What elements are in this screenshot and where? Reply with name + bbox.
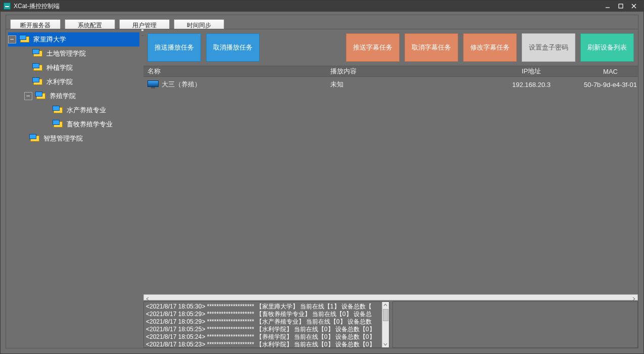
folder-icon (53, 120, 64, 129)
column-header-mac[interactable]: MAC (583, 68, 638, 75)
titlebar: XCat-播控控制端 (1, 1, 643, 12)
folder-icon (29, 134, 40, 143)
window-controls (601, 2, 640, 11)
device-ip-cell: 192.168.20.3 (480, 81, 583, 88)
tree-node-label: 水产养殖专业 (67, 106, 106, 115)
tree-node-label: 种植学院 (46, 63, 73, 72)
tree-node-label: 水利学院 (46, 77, 73, 86)
log-line: <2021/8/17 18:05:29> *******************… (146, 311, 387, 318)
set-box-password-button[interactable]: 设置盒子密码 (522, 33, 575, 62)
log-line: <2021/8/17 18:05:23> *******************… (146, 341, 387, 348)
column-header-name[interactable]: 名称 (143, 67, 330, 76)
horizontal-scrollbar[interactable] (143, 294, 638, 300)
tree-node[interactable]: 水利学院 (8, 75, 139, 89)
tree-node[interactable]: − 养殖学院 (8, 89, 139, 103)
org-tree-pane: − 家里蹲大学 土地管理学院 种植学院 水利学院 (6, 29, 141, 348)
log-pane-left: <2021/8/17 18:05:30> *******************… (143, 301, 389, 348)
log-line: <2021/8/17 18:05:24> *******************… (146, 333, 387, 341)
tree-node-root[interactable]: − 家里蹲大学 (8, 32, 139, 47)
action-bar: 推送播放任务 取消播放任务 推送字幕任务 取消字幕任务 修改字幕任务 设置盒子密… (143, 29, 638, 66)
folder-icon (32, 49, 43, 58)
tree-node-label: 畜牧养殖学专业 (67, 120, 113, 129)
device-mac-cell: 50-7b-9d-e4-3f-01 (583, 81, 638, 88)
log-area: <2021/8/17 18:05:30> *******************… (143, 301, 638, 348)
push-play-task-button[interactable]: 推送播放任务 (147, 33, 201, 62)
folder-icon (32, 77, 43, 86)
content-panel: − 家里蹲大学 土地管理学院 种植学院 水利学院 (6, 29, 638, 348)
folder-icon (35, 92, 46, 101)
scroll-right-icon[interactable] (631, 295, 636, 299)
device-grid-header: 名称 播放内容 IP地址 MAC (143, 66, 638, 77)
tree-node-label: 养殖学院 (49, 92, 76, 101)
tree-node[interactable]: 土地管理学院 (8, 47, 139, 61)
tree-node-label: 智慧管理学院 (43, 134, 83, 143)
log-line: <2021/8/17 18:05:25> *******************… (146, 326, 387, 333)
tree-node[interactable]: 畜牧养殖学专业 (8, 117, 139, 131)
modify-subtitle-task-button[interactable]: 修改字幕任务 (463, 33, 517, 62)
device-grid-body: 大三（养殖） 未知 192.168.20.3 50-7b-9d-e4-3f-01 (143, 77, 638, 294)
folder-icon (32, 63, 43, 72)
vertical-scrollbar[interactable] (382, 302, 389, 347)
app-window: XCat-播控控制端 断开服务器 系统配置 用户管理 时间同步 − 家里蹲大学 (0, 0, 644, 354)
monitor-icon (147, 80, 159, 88)
cancel-play-task-button[interactable]: 取消播放任务 (206, 33, 260, 62)
refresh-device-list-button[interactable]: 刷新设备列表 (580, 33, 634, 62)
device-name-cell: 大三（养殖） (162, 80, 201, 89)
svg-rect-1 (619, 4, 623, 8)
log-line: <2021/8/17 18:05:30> *******************… (146, 303, 387, 311)
push-subtitle-task-button[interactable]: 推送字幕任务 (346, 33, 400, 62)
scrollbar-thumb[interactable] (383, 309, 388, 321)
table-row[interactable]: 大三（养殖） 未知 192.168.20.3 50-7b-9d-e4-3f-01 (143, 77, 638, 92)
log-line: <2021/8/17 18:05:29> *******************… (146, 318, 387, 326)
window-title: XCat-播控控制端 (14, 2, 60, 11)
app-icon (4, 3, 11, 10)
column-header-ip[interactable]: IP地址 (480, 67, 583, 76)
cancel-subtitle-task-button[interactable]: 取消字幕任务 (405, 33, 458, 62)
log-pane-right (392, 301, 638, 348)
scroll-up-icon[interactable] (382, 302, 389, 308)
device-play-cell: 未知 (330, 80, 480, 89)
right-pane: 推送播放任务 取消播放任务 推送字幕任务 取消字幕任务 修改字幕任务 设置盒子密… (143, 29, 638, 348)
close-button[interactable] (627, 2, 640, 11)
tree-node-label: 土地管理学院 (46, 49, 86, 58)
log-lines: <2021/8/17 18:05:30> *******************… (144, 302, 389, 348)
folder-icon (53, 106, 64, 115)
maximize-button[interactable] (614, 2, 627, 11)
folder-icon (19, 35, 30, 44)
scroll-down-icon[interactable] (382, 341, 389, 347)
tree-node[interactable]: 种植学院 (8, 61, 139, 75)
minimize-button[interactable] (601, 2, 614, 11)
org-tree[interactable]: − 家里蹲大学 土地管理学院 种植学院 水利学院 (6, 29, 141, 149)
tree-node-label: 家里蹲大学 (33, 35, 66, 44)
tree-node[interactable]: 智慧管理学院 (8, 131, 139, 146)
column-header-play[interactable]: 播放内容 (330, 67, 480, 76)
scroll-left-icon[interactable] (145, 295, 150, 299)
tree-toggle-icon[interactable]: − (8, 35, 16, 43)
tree-node[interactable]: 水产养殖专业 (8, 103, 139, 117)
tree-toggle-icon[interactable]: − (24, 92, 32, 100)
